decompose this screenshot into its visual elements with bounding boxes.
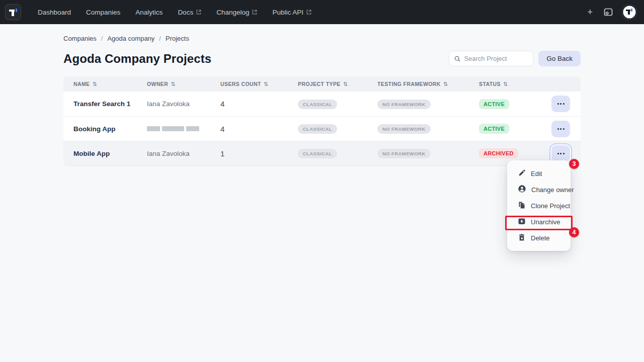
add-icon[interactable]: + [585,7,595,18]
project-owner: Iana Zavoloka [147,150,220,157]
column-header-status[interactable]: STATUS⇅ [479,81,551,87]
testing-framework-badge: NO FRAMEWORK [377,100,431,109]
ellipsis-icon [557,103,559,105]
user-circle-icon [518,185,526,195]
column-header-users-count[interactable]: USERS COUNT⇅ [220,81,298,87]
ellipsis-icon [557,128,559,130]
pencil-icon [518,169,526,178]
sort-icon: ⇅ [343,81,348,87]
nav-item-docs[interactable]: Docs [170,5,209,20]
users-count: 4 [220,125,298,133]
search-icon [454,55,460,62]
search-box [449,51,533,66]
nav-item-public-api[interactable]: Public API [265,5,319,20]
column-header-testing-framework[interactable]: TESTING FRAMEWORK⇅ [377,81,479,87]
row-actions-button[interactable] [551,121,570,137]
project-owner: Iana Zavoloka [147,100,220,108]
page-header: Agoda Company Projects Go Back [63,51,581,66]
ellipsis-icon [557,153,559,154]
menu-item-label: Change owner [531,186,574,194]
project-type-badge: CLASSICAL [298,124,337,134]
nav-item-label: Analytics [135,9,163,16]
breadcrumb-item[interactable]: Companies [63,35,97,42]
menu-item-label: Unarchive [531,218,560,226]
project-name: Transfer Search 1 [73,100,147,108]
project-owner [147,126,220,131]
nav-item-label: Public API [272,9,303,16]
unarchive-icon [518,217,526,227]
status-badge: ARCHIVED [479,148,518,158]
sort-icon: ⇅ [171,81,176,87]
users-count: 4 [220,100,298,108]
nav-item-label: Docs [178,9,193,16]
menu-item-label: Delete [531,234,550,242]
menu-item-change-owner[interactable]: Change owner [507,182,571,198]
breadcrumb: Companies/Agoda company/Projects [63,35,581,42]
menu-item-edit[interactable]: Edit [507,165,571,182]
row-actions-menu: EditChange ownerClone ProjectUnarchiveDe… [507,160,571,251]
column-header-owner[interactable]: OWNER⇅ [147,81,220,87]
sort-icon: ⇅ [264,81,269,87]
table-row[interactable]: Mobile App Iana Zavoloka 1 CLASSICAL NO … [63,141,581,165]
table-row[interactable]: Booking App 4 CLASSICAL NO FRAMEWORK ACT… [63,116,581,141]
menu-item-delete[interactable]: Delete [507,230,571,246]
sort-icon: ⇅ [443,81,448,87]
redacted-owner [147,126,220,131]
menu-item-unarchive[interactable]: Unarchive [507,214,571,230]
breadcrumb-separator: / [159,35,161,42]
external-link-icon [196,10,201,15]
sort-icon: ⇅ [503,81,508,87]
go-back-button[interactable]: Go Back [538,51,581,66]
nav-item-label: Changelog [216,9,249,16]
top-navigation: DashboardCompaniesAnalyticsDocsChangelog… [0,0,644,24]
feedback-icon[interactable] [603,7,613,17]
page-title: Agoda Company Projects [63,52,211,66]
column-header-name[interactable]: NAME⇅ [73,81,147,87]
nav-right-group: + [585,5,637,20]
table-row[interactable]: Transfer Search 1 Iana Zavoloka 4 CLASSI… [63,92,581,116]
annotation-step-badge: 4 [569,227,579,237]
table-header-row: NAME⇅OWNER⇅USERS COUNT⇅PROJECT TYPE⇅TEST… [63,76,581,92]
sort-icon: ⇅ [93,81,98,87]
menu-item-clone-project[interactable]: Clone Project [507,198,571,214]
project-type-badge: CLASSICAL [298,149,337,158]
nav-item-label: Dashboard [38,9,71,16]
breadcrumb-separator: / [101,35,103,42]
testing-framework-badge: NO FRAMEWORK [377,149,431,158]
search-input[interactable] [464,55,528,62]
nav-item-dashboard[interactable]: Dashboard [30,5,78,20]
nav-item-changelog[interactable]: Changelog [209,5,265,20]
menu-item-label: Clone Project [531,202,570,210]
testing-framework-badge: NO FRAMEWORK [377,124,431,134]
nav-item-analytics[interactable]: Analytics [128,5,170,20]
projects-table: NAME⇅OWNER⇅USERS COUNT⇅PROJECT TYPE⇅TEST… [63,76,581,166]
table-body: Transfer Search 1 Iana Zavoloka 4 CLASSI… [63,92,581,165]
user-avatar[interactable] [622,5,637,20]
users-count: 1 [220,149,298,158]
column-header-project-type[interactable]: PROJECT TYPE⇅ [298,81,377,87]
breadcrumb-item[interactable]: Agoda company [107,35,154,42]
row-actions-button[interactable] [551,96,570,112]
nav-menu: DashboardCompaniesAnalyticsDocsChangelog… [30,5,319,20]
header-actions: Go Back [449,51,581,66]
nav-item-companies[interactable]: Companies [78,5,128,20]
external-link-icon [306,10,311,15]
project-name: Booking App [73,125,147,133]
project-name: Mobile App [73,150,147,157]
status-badge: ACTIVE [479,99,509,109]
menu-item-label: Edit [531,170,542,177]
row-actions-button[interactable] [551,145,570,162]
app-logo[interactable] [5,4,21,20]
status-badge: ACTIVE [479,124,509,134]
nav-item-label: Companies [86,9,120,16]
project-type-badge: CLASSICAL [298,100,337,109]
copy-icon [518,201,526,211]
external-link-icon [252,10,257,15]
trash-icon [518,233,526,243]
breadcrumb-item[interactable]: Projects [166,35,189,42]
